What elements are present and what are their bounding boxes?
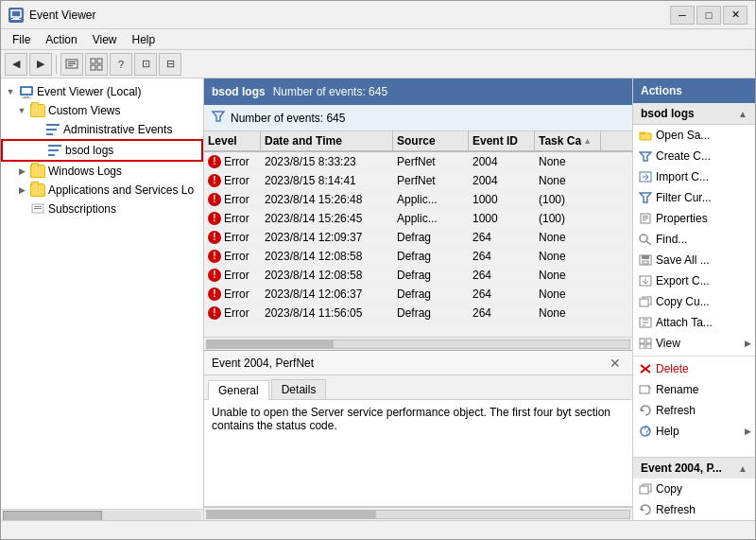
- cell-source-5: Defrag: [393, 247, 469, 265]
- table-row[interactable]: !Error 2023/8/14 12:06:37 Defrag 264 Non…: [204, 285, 632, 304]
- actions-event-section[interactable]: Event 2004, P... ▲: [633, 457, 755, 479]
- menu-action[interactable]: Action: [38, 31, 84, 48]
- svg-rect-35: [640, 339, 644, 343]
- action-import-c[interactable]: Import C...: [633, 166, 755, 187]
- action-create-c[interactable]: Create C...: [633, 146, 755, 166]
- cell-eventid-1: 2004: [469, 171, 535, 189]
- action-delete[interactable]: Delete: [633, 358, 755, 379]
- actions-title: Actions: [641, 84, 682, 97]
- restore-button[interactable]: □: [696, 6, 721, 25]
- up-button[interactable]: [60, 53, 83, 76]
- cell-source-6: Defrag: [393, 266, 469, 284]
- svg-rect-41: [640, 386, 649, 393]
- copy-cu-icon: [639, 295, 652, 308]
- error-icon-7: !: [208, 287, 221, 301]
- action-copy-cu[interactable]: Copy Cu...: [633, 291, 755, 312]
- table-row[interactable]: !Error 2023/8/14 12:08:58 Defrag 264 Non…: [204, 266, 632, 285]
- tab-details[interactable]: Details: [271, 379, 327, 400]
- cell-level-6: !Error: [204, 266, 261, 284]
- col-date: Date and Time: [261, 131, 393, 150]
- back-button[interactable]: ◀: [5, 53, 27, 76]
- cell-task-1: None: [535, 171, 601, 189]
- action-open-sa[interactable]: Open Sa...: [633, 125, 755, 146]
- table-horizontal-scrollbar[interactable]: [204, 337, 632, 350]
- detail-close-button[interactable]: ✕: [606, 354, 625, 373]
- action-properties[interactable]: Properties: [633, 208, 755, 229]
- tree-expand-sub: [16, 203, 27, 215]
- tree-item-subscriptions[interactable]: Subscriptions: [1, 200, 203, 218]
- tree-item-app-services[interactable]: ▶ Applications and Services Lo: [1, 181, 203, 200]
- tree-item-custom-views[interactable]: ▼ Custom Views: [1, 101, 203, 120]
- detail-tabs: General Details: [204, 375, 632, 400]
- svg-rect-46: [640, 486, 648, 494]
- tree-label-subscriptions: Subscriptions: [48, 202, 116, 216]
- cell-source-2: Applic...: [393, 190, 469, 208]
- cell-task-4: None: [535, 228, 601, 246]
- svg-marker-42: [641, 408, 644, 411]
- menu-file[interactable]: File: [5, 31, 38, 48]
- cell-task-5: None: [535, 247, 601, 265]
- forward-button[interactable]: ▶: [29, 53, 52, 76]
- menu-help[interactable]: Help: [125, 31, 163, 48]
- tree-panel: ▼ Event Viewer (Local) ▼: [1, 78, 204, 520]
- table-row[interactable]: !Error 2023/8/15 8:14:41 PerfNet 2004 No…: [204, 171, 632, 190]
- action-delete-label: Delete: [656, 362, 689, 375]
- minimize-button[interactable]: ─: [670, 6, 695, 25]
- svg-rect-9: [91, 65, 95, 70]
- error-icon-5: !: [208, 250, 221, 263]
- svg-rect-14: [22, 97, 31, 98]
- custom-views-icon: [30, 103, 45, 118]
- action-copy[interactable]: Copy: [633, 479, 755, 499]
- tree-item-windows-logs[interactable]: ▶ Windows Logs: [1, 162, 203, 181]
- tab-general[interactable]: General: [208, 380, 269, 400]
- tree-root-label: Event Viewer (Local): [37, 85, 142, 98]
- action-filter-cur[interactable]: Filter Cur...: [633, 187, 755, 208]
- cell-source-0: PerfNet: [393, 152, 469, 170]
- tree-label-windows-logs: Windows Logs: [48, 165, 122, 178]
- menu-bar: File Action View Help: [1, 29, 755, 50]
- table-row[interactable]: !Error 2023/8/14 12:08:58 Defrag 264 Non…: [204, 247, 632, 266]
- tree-expand-windows: ▶: [16, 165, 27, 177]
- expand-button[interactable]: ⊡: [134, 53, 157, 76]
- action-view[interactable]: View ▶: [633, 333, 755, 354]
- tree-horizontal-scrollbar[interactable]: [1, 509, 203, 520]
- svg-marker-19: [640, 152, 651, 161]
- collapse-button[interactable]: ⊟: [159, 53, 181, 76]
- table-row[interactable]: !Error 2023/8/14 11:56:05 Defrag 264 Non…: [204, 304, 632, 322]
- action-save-all[interactable]: Save All ...: [633, 250, 755, 270]
- table-row[interactable]: !Error 2023/8/14 12:09:37 Defrag 264 Non…: [204, 228, 632, 247]
- grid-button[interactable]: [85, 53, 108, 76]
- tree-root[interactable]: ▼ Event Viewer (Local): [1, 82, 203, 101]
- menu-view[interactable]: View: [85, 31, 125, 48]
- table-row[interactable]: !Error 2023/8/14 15:26:48 Applic... 1000…: [204, 190, 632, 209]
- cell-level-4: !Error: [204, 228, 261, 246]
- action-copy-cu-label: Copy Cu...: [656, 295, 710, 308]
- action-rename[interactable]: Rename: [633, 379, 755, 400]
- tree-expand-custom-views: ▼: [16, 105, 27, 116]
- detail-header: Event 2004, PerfNet ✕: [204, 351, 632, 375]
- action-open-sa-label: Open Sa...: [656, 129, 710, 142]
- action-help[interactable]: ? Help ▶: [633, 421, 755, 442]
- cell-source-8: Defrag: [393, 304, 469, 322]
- actions-separator: [633, 356, 755, 357]
- view-icon: [639, 337, 652, 350]
- export-c-icon: [639, 274, 652, 287]
- action-find[interactable]: Find...: [633, 229, 755, 250]
- close-button[interactable]: ✕: [723, 6, 747, 25]
- cell-source-4: Defrag: [393, 228, 469, 246]
- table-hscroll-thumb: [207, 340, 334, 348]
- action-refresh[interactable]: Refresh: [633, 400, 755, 421]
- table-row[interactable]: !Error 2023/8/15 8:33:23 PerfNet 2004 No…: [204, 152, 632, 171]
- table-row[interactable]: !Error 2023/8/14 15:26:45 Applic... 1000…: [204, 209, 632, 228]
- actions-primary-section[interactable]: bsod logs ▲: [633, 103, 755, 125]
- action-event-refresh[interactable]: Refresh: [633, 499, 755, 520]
- tree-item-admin-events[interactable]: Administrative Events: [1, 120, 203, 139]
- svg-point-26: [640, 235, 647, 242]
- table-header: Level Date and Time Source Event ID Task…: [204, 131, 632, 152]
- detail-horizontal-scrollbar[interactable]: [204, 507, 632, 520]
- action-attach-ta[interactable]: Attach Ta...: [633, 312, 755, 333]
- help-toolbar-button[interactable]: ?: [110, 53, 132, 76]
- svg-rect-16: [34, 206, 42, 207]
- tree-item-bsod-logs[interactable]: bsod logs: [1, 139, 203, 162]
- action-export-c[interactable]: Export C...: [633, 270, 755, 291]
